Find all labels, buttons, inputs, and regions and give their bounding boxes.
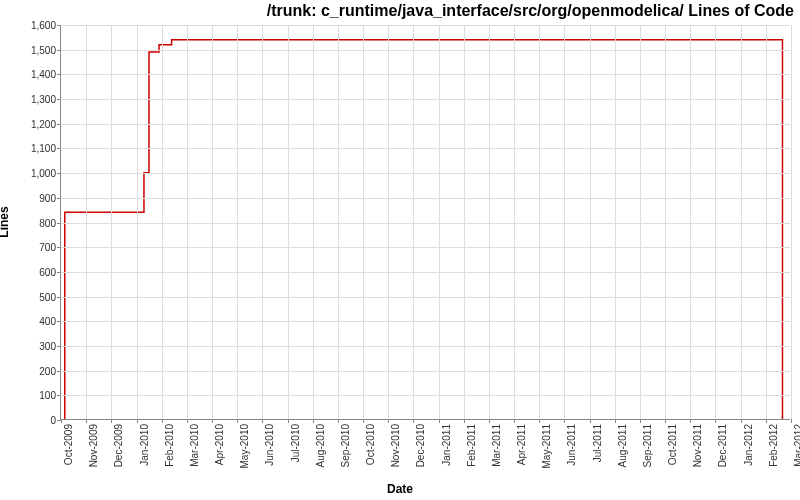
x-tick-mark xyxy=(288,419,289,423)
series-line xyxy=(65,40,783,419)
y-tick-label: 700 xyxy=(6,242,56,253)
grid-line-v xyxy=(413,25,414,419)
y-tick-label: 800 xyxy=(6,217,56,228)
x-tick-mark xyxy=(111,419,112,423)
y-tick-mark xyxy=(57,99,61,100)
x-tick-label: Jul-2010 xyxy=(290,424,301,462)
y-tick-label: 1,200 xyxy=(6,118,56,129)
x-tick-label: Oct-2010 xyxy=(365,424,376,465)
y-tick-mark xyxy=(57,346,61,347)
x-tick-label: May-2010 xyxy=(239,424,250,468)
x-tick-mark xyxy=(665,419,666,423)
x-tick-label: Dec-2011 xyxy=(717,424,728,467)
plot-area xyxy=(60,25,790,420)
x-tick-mark xyxy=(262,419,263,423)
grid-line-v xyxy=(514,25,515,419)
y-tick-label: 1,100 xyxy=(6,143,56,154)
grid-line-v xyxy=(338,25,339,419)
x-tick-label: Jan-2011 xyxy=(441,424,452,466)
y-tick-mark xyxy=(57,148,61,149)
x-tick-label: Jan-2010 xyxy=(139,424,150,466)
grid-line-h xyxy=(61,297,790,298)
x-tick-label: Mar-2011 xyxy=(491,424,502,467)
grid-line-h xyxy=(61,148,790,149)
x-tick-label: Feb-2012 xyxy=(768,424,779,467)
x-tick-label: Feb-2011 xyxy=(466,424,477,467)
grid-line-h xyxy=(61,99,790,100)
y-tick-label: 100 xyxy=(6,390,56,401)
grid-line-v xyxy=(741,25,742,419)
y-tick-label: 1,600 xyxy=(6,20,56,31)
grid-line-v xyxy=(162,25,163,419)
x-tick-mark xyxy=(539,419,540,423)
y-tick-label: 900 xyxy=(6,192,56,203)
x-tick-mark xyxy=(715,419,716,423)
x-tick-mark xyxy=(615,419,616,423)
x-tick-mark xyxy=(464,419,465,423)
x-tick-mark xyxy=(640,419,641,423)
grid-line-v xyxy=(489,25,490,419)
grid-line-v xyxy=(86,25,87,419)
grid-line-v xyxy=(262,25,263,419)
y-tick-mark xyxy=(57,371,61,372)
x-tick-mark xyxy=(514,419,515,423)
grid-line-v xyxy=(212,25,213,419)
x-tick-mark xyxy=(590,419,591,423)
x-tick-mark xyxy=(413,419,414,423)
x-tick-mark xyxy=(564,419,565,423)
x-tick-label: Oct-2011 xyxy=(667,424,678,465)
x-tick-label: Sep-2010 xyxy=(340,424,351,467)
x-tick-label: Jan-2012 xyxy=(743,424,754,466)
grid-line-v xyxy=(237,25,238,419)
x-tick-mark xyxy=(61,419,62,423)
grid-line-v xyxy=(665,25,666,419)
x-tick-mark xyxy=(338,419,339,423)
y-tick-label: 200 xyxy=(6,365,56,376)
grid-line-v xyxy=(539,25,540,419)
y-tick-mark xyxy=(57,297,61,298)
x-tick-label: Mar-2012 xyxy=(793,424,800,467)
x-tick-label: Mar-2010 xyxy=(189,424,200,467)
grid-line-h xyxy=(61,346,790,347)
x-tick-mark xyxy=(690,419,691,423)
grid-line-h xyxy=(61,371,790,372)
y-tick-mark xyxy=(57,198,61,199)
x-tick-mark xyxy=(212,419,213,423)
y-tick-mark xyxy=(57,25,61,26)
x-tick-label: Aug-2011 xyxy=(617,424,628,467)
x-tick-label: Dec-2009 xyxy=(113,424,124,467)
grid-line-v xyxy=(766,25,767,419)
grid-line-h xyxy=(61,247,790,248)
x-tick-label: Dec-2010 xyxy=(415,424,426,467)
grid-line-h xyxy=(61,272,790,273)
grid-line-h xyxy=(61,124,790,125)
x-axis-label: Date xyxy=(0,482,800,496)
grid-line-h xyxy=(61,173,790,174)
y-tick-mark xyxy=(57,173,61,174)
x-tick-label: Aug-2010 xyxy=(315,424,326,467)
x-tick-mark xyxy=(86,419,87,423)
x-tick-mark xyxy=(363,419,364,423)
grid-line-h xyxy=(61,198,790,199)
grid-line-h xyxy=(61,223,790,224)
x-tick-label: Jun-2011 xyxy=(566,424,577,466)
x-tick-label: Feb-2010 xyxy=(164,424,175,467)
x-tick-label: Nov-2009 xyxy=(88,424,99,467)
y-tick-label: 300 xyxy=(6,340,56,351)
x-tick-label: Nov-2010 xyxy=(390,424,401,467)
grid-line-v xyxy=(137,25,138,419)
y-tick-mark xyxy=(57,50,61,51)
y-tick-label: 1,000 xyxy=(6,168,56,179)
x-tick-mark xyxy=(489,419,490,423)
grid-line-v xyxy=(288,25,289,419)
x-tick-label: Oct-2009 xyxy=(63,424,74,465)
y-tick-mark xyxy=(57,124,61,125)
y-tick-mark xyxy=(57,272,61,273)
grid-line-v xyxy=(690,25,691,419)
grid-line-v xyxy=(564,25,565,419)
grid-line-v xyxy=(111,25,112,419)
grid-line-h xyxy=(61,74,790,75)
x-tick-mark xyxy=(741,419,742,423)
x-tick-label: Jul-2011 xyxy=(592,424,603,462)
grid-line-h xyxy=(61,395,790,396)
